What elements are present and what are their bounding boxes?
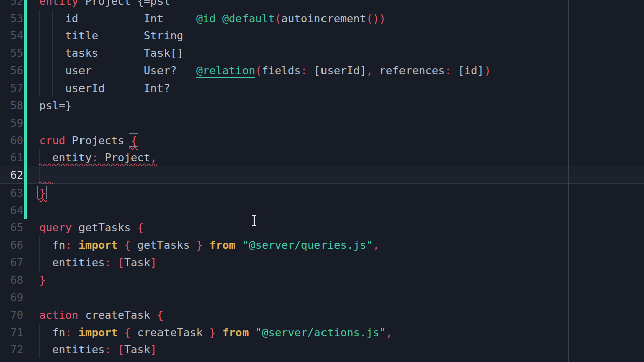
code-lines[interactable]: 52entity Project {=psl53 id Int @id @def… <box>0 0 644 362</box>
line-number: 52 <box>0 0 23 10</box>
code-line: 53 id Int @id @default(autoincrement()) <box>0 10 644 27</box>
code-text: tasks Task[] <box>39 44 183 62</box>
code-line: 55 tasks Task[] <box>0 44 644 62</box>
code-text: userId Int? <box>39 79 170 97</box>
code-line: 65query getTasks { <box>0 219 644 236</box>
code-text: user User? @relation(fields: [userId], r… <box>39 62 491 79</box>
code-line: 68} <box>0 271 644 289</box>
code-line: 61 entity: Project, <box>0 149 644 166</box>
code-text: psl=} <box>39 97 72 114</box>
ibeam-mouse-cursor <box>250 214 258 227</box>
line-number: 65 <box>0 219 23 236</box>
line-number: 69 <box>0 289 23 306</box>
code-text: entity Project {=psl <box>39 0 170 10</box>
code-editor[interactable]: 52entity Project {=psl53 id Int @id @def… <box>0 0 644 362</box>
line-number: 54 <box>0 27 23 44</box>
code-text: title String <box>39 27 183 44</box>
code-line: 59 <box>0 114 644 132</box>
code-line: 63} <box>0 184 644 202</box>
code-line: 57 userId Int? <box>0 79 644 97</box>
line-number: 58 <box>0 97 23 114</box>
code-line: 72 entities: [Task] <box>0 341 644 358</box>
code-line: 58psl=} <box>0 97 644 114</box>
code-line: 60crud Projects { <box>0 132 644 149</box>
code-line: 66 fn: import { getTasks } from "@server… <box>0 236 644 254</box>
code-text: entities: [Task] <box>39 341 157 358</box>
line-number: 62 <box>0 166 23 184</box>
code-text: entity: Project, <box>39 149 157 166</box>
line-number: 67 <box>0 254 23 272</box>
code-line: 56 user User? @relation(fields: [userId]… <box>0 62 644 79</box>
line-number: 68 <box>0 271 23 289</box>
code-line: 62 <box>0 166 644 184</box>
code-line: 67 entities: [Task] <box>0 254 644 272</box>
code-text: fn: import { getTasks } from "@server/qu… <box>39 236 379 254</box>
line-number: 55 <box>0 44 23 62</box>
code-line: 70action createTask { <box>0 306 644 324</box>
line-number: 57 <box>0 79 23 97</box>
code-text: } <box>39 358 46 362</box>
line-number: 56 <box>0 62 23 79</box>
code-line: 64 <box>0 202 644 219</box>
line-number: 60 <box>0 132 23 149</box>
line-number: 61 <box>0 149 23 166</box>
line-number: 70 <box>0 306 23 324</box>
code-text: query getTasks { <box>39 219 144 236</box>
code-line: 52entity Project {=psl <box>0 0 644 10</box>
line-number: 72 <box>0 341 23 358</box>
code-text: entities: [Task] <box>39 254 157 272</box>
code-text: } <box>39 271 46 289</box>
line-number: 53 <box>0 10 23 27</box>
code-text: action createTask { <box>39 306 164 324</box>
code-line: 71 fn: import { createTask } from "@serv… <box>0 324 644 341</box>
line-number: 64 <box>0 202 23 219</box>
code-text: id Int @id @default(autoincrement()) <box>39 10 386 27</box>
line-number: 73 <box>0 358 23 362</box>
code-text: crud Projects { <box>39 132 137 149</box>
code-line: 69 <box>0 289 644 306</box>
line-number: 66 <box>0 236 23 254</box>
code-line: 73} <box>0 358 644 362</box>
line-number: 59 <box>0 114 23 132</box>
code-text: } <box>39 184 46 202</box>
code-line: 54 title String <box>0 27 644 44</box>
line-number: 71 <box>0 324 23 341</box>
line-number: 63 <box>0 184 23 202</box>
code-text: fn: import { createTask } from "@server/… <box>39 324 392 341</box>
